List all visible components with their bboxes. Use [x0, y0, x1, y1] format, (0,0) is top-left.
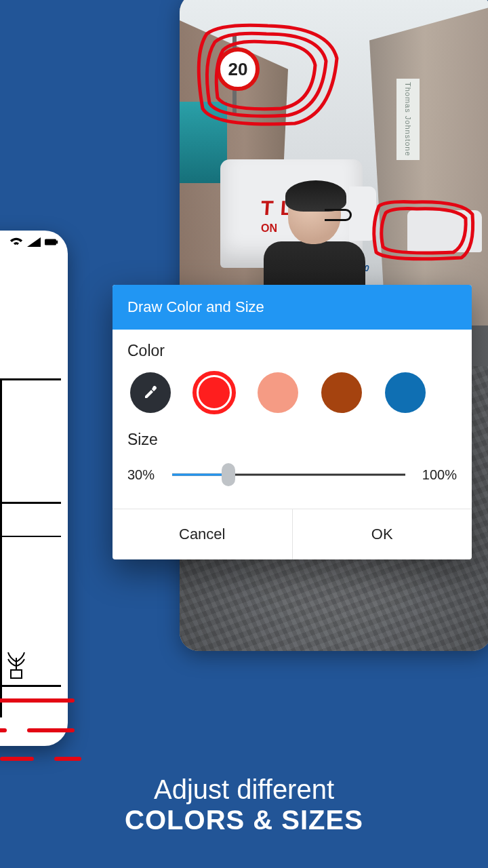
- drawn-line-ext-1: [0, 698, 75, 703]
- caption-line2: COLORS & SIZES: [0, 805, 488, 835]
- draw-color-size-dialog: Draw Color and Size Color Size 30% 100%: [113, 285, 472, 559]
- color-section-label: Color: [127, 342, 457, 360]
- svg-rect-0: [45, 239, 56, 245]
- battery-icon: [45, 237, 58, 247]
- eyedropper-icon: [142, 384, 159, 401]
- slider-thumb[interactable]: [222, 463, 235, 486]
- status-bar: [9, 237, 58, 247]
- swatch-brown[interactable]: [321, 372, 362, 413]
- cell-signal-icon: [27, 237, 41, 247]
- svg-rect-1: [56, 241, 58, 244]
- annotation-scribble-2: [367, 194, 482, 269]
- swatch-red[interactable]: [194, 372, 235, 413]
- size-slider[interactable]: [172, 464, 405, 486]
- color-swatches: [127, 372, 457, 431]
- banner-text: Thomas Johnstone: [404, 82, 412, 157]
- swatch-eyedropper[interactable]: [130, 372, 171, 413]
- drawn-line-ext-2b: [27, 728, 75, 732]
- plant-icon: [1, 650, 31, 679]
- wifi-icon: [9, 237, 23, 247]
- size-max-label: 100%: [415, 467, 457, 483]
- dialog-title: Draw Color and Size: [113, 285, 472, 330]
- caption-line1: Adjust different: [0, 774, 488, 805]
- floorplan-device: Enter: [0, 231, 68, 746]
- svg-rect-2: [11, 670, 22, 678]
- annotation-scribble-1: [186, 14, 356, 136]
- swatch-salmon[interactable]: [258, 372, 298, 413]
- drawn-line-ext-2a: [0, 728, 7, 732]
- swatch-blue[interactable]: [385, 372, 426, 413]
- drawn-line-ext-3b: [0, 757, 34, 761]
- size-section-label: Size: [127, 431, 457, 449]
- floorplan: Enter: [0, 366, 68, 732]
- size-min-label: 30%: [127, 467, 163, 483]
- drawn-line-ext-3c: [54, 757, 81, 761]
- ok-button[interactable]: OK: [292, 509, 472, 559]
- banner-thomas: Thomas Johnstone: [396, 79, 420, 160]
- cancel-button[interactable]: Cancel: [113, 509, 292, 559]
- slider-fill: [172, 474, 228, 476]
- marketing-caption: Adjust different COLORS & SIZES: [0, 774, 488, 835]
